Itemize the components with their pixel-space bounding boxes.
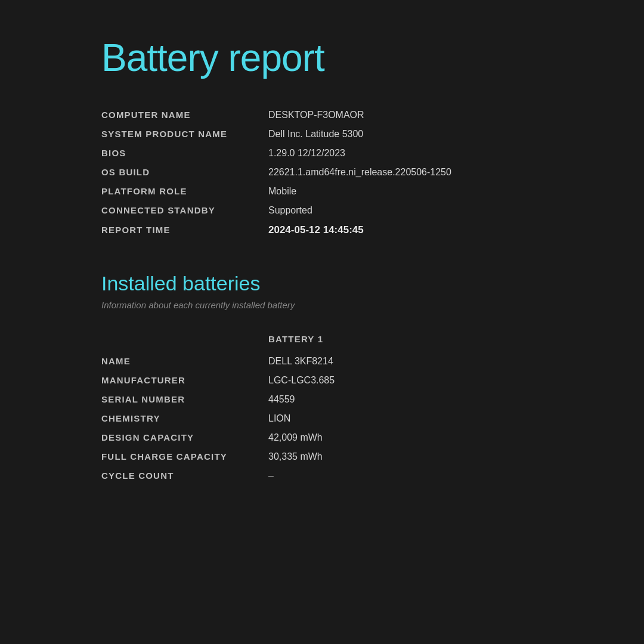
battery-serial-row: SERIAL NUMBER 44559 xyxy=(101,394,543,405)
battery-chemistry-label: CHEMISTRY xyxy=(101,413,268,423)
battery-name-label: NAME xyxy=(101,356,268,366)
platform-role-value: Mobile xyxy=(268,186,296,197)
page-title: Battery report xyxy=(101,36,543,80)
battery-full-charge-row: FULL CHARGE CAPACITY 30,335 mWh xyxy=(101,451,543,462)
connected-standby-label: CONNECTED STANDBY xyxy=(101,205,268,215)
battery-cycle-count-row: CYCLE COUNT – xyxy=(101,470,543,481)
battery-header-spacer xyxy=(101,334,268,344)
battery-full-charge-value: 30,335 mWh xyxy=(268,451,323,462)
battery-serial-value: 44559 xyxy=(268,394,295,405)
battery-cycle-count-value: – xyxy=(268,470,274,481)
battery-header-row: BATTERY 1 xyxy=(101,334,543,344)
battery-serial-label: SERIAL NUMBER xyxy=(101,394,268,404)
system-product-name-value: Dell Inc. Latitude 5300 xyxy=(268,129,363,140)
bios-value: 1.29.0 12/12/2023 xyxy=(268,148,345,159)
system-info-section: COMPUTER NAME DESKTOP-F3OMAOR SYSTEM PRO… xyxy=(101,110,543,236)
installed-batteries-section: Installed batteries Information about ea… xyxy=(101,272,543,481)
battery-design-capacity-label: DESIGN CAPACITY xyxy=(101,432,268,442)
system-product-name-row: SYSTEM PRODUCT NAME Dell Inc. Latitude 5… xyxy=(101,129,543,140)
battery-chemistry-row: CHEMISTRY LION xyxy=(101,413,543,424)
battery-design-capacity-row: DESIGN CAPACITY 42,009 mWh xyxy=(101,432,543,443)
battery-name-value: DELL 3KF8214 xyxy=(268,356,333,367)
os-build-row: OS BUILD 22621.1.amd64fre.ni_release.220… xyxy=(101,167,543,178)
connected-standby-value: Supported xyxy=(268,205,312,216)
battery-manufacturer-value: LGC-LGC3.685 xyxy=(268,375,335,386)
platform-role-row: PLATFORM ROLE Mobile xyxy=(101,186,543,197)
report-time-value: 2024-05-12 14:45:45 xyxy=(268,224,364,236)
report-time-label: REPORT TIME xyxy=(101,225,268,235)
battery-1-header: BATTERY 1 xyxy=(268,334,323,344)
computer-name-label: COMPUTER NAME xyxy=(101,110,268,120)
os-build-value: 22621.1.amd64fre.ni_release.220506-1250 xyxy=(268,167,451,178)
bios-label: BIOS xyxy=(101,148,268,158)
computer-name-value: DESKTOP-F3OMAOR xyxy=(268,110,364,120)
report-time-row: REPORT TIME 2024-05-12 14:45:45 xyxy=(101,224,543,236)
battery-manufacturer-label: MANUFACTURER xyxy=(101,375,268,385)
battery-name-row: NAME DELL 3KF8214 xyxy=(101,356,543,367)
platform-role-label: PLATFORM ROLE xyxy=(101,186,268,196)
bios-row: BIOS 1.29.0 12/12/2023 xyxy=(101,148,543,159)
battery-manufacturer-row: MANUFACTURER LGC-LGC3.685 xyxy=(101,375,543,386)
battery-cycle-count-label: CYCLE COUNT xyxy=(101,470,268,481)
computer-name-row: COMPUTER NAME DESKTOP-F3OMAOR xyxy=(101,110,543,120)
installed-batteries-subtitle: Information about each currently install… xyxy=(101,300,543,310)
os-build-label: OS BUILD xyxy=(101,167,268,177)
battery-chemistry-value: LION xyxy=(268,413,290,424)
installed-batteries-title: Installed batteries xyxy=(101,272,543,295)
connected-standby-row: CONNECTED STANDBY Supported xyxy=(101,205,543,216)
battery-full-charge-label: FULL CHARGE CAPACITY xyxy=(101,451,268,462)
system-product-name-label: SYSTEM PRODUCT NAME xyxy=(101,129,268,139)
battery-design-capacity-value: 42,009 mWh xyxy=(268,432,323,443)
